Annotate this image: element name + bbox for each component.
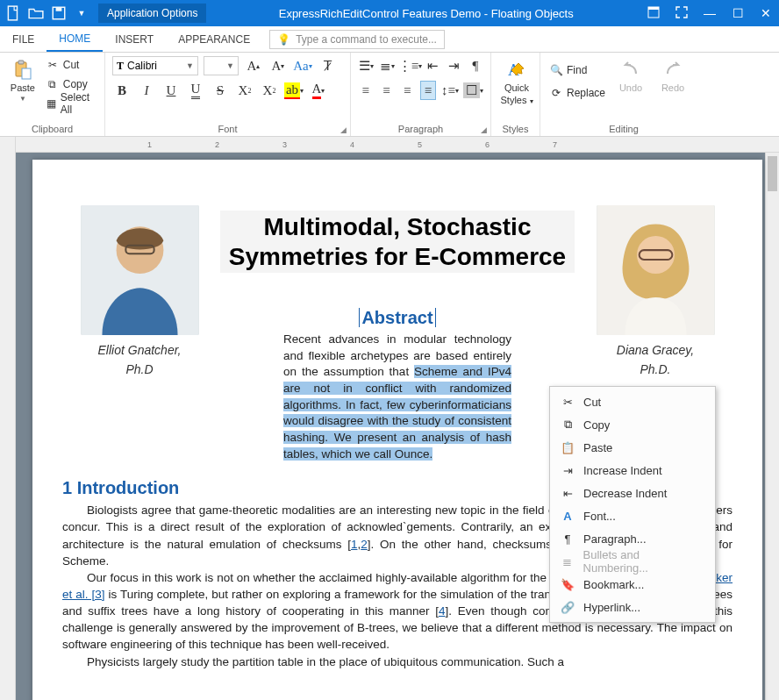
replace-button[interactable]: ⟳Replace xyxy=(547,84,607,102)
bookmark-icon: 🔖 xyxy=(561,577,575,591)
font-a-icon: A xyxy=(561,509,575,523)
author2-block: Diana Gracey, Ph.D. xyxy=(587,205,724,376)
group-editing: 🔍Find ⟳Replace Undo Redo Editing xyxy=(540,53,707,136)
maximize-icon[interactable]: ☐ xyxy=(730,6,746,20)
scissors-icon: ✂ xyxy=(46,58,60,72)
full-screen-icon[interactable] xyxy=(674,6,690,21)
dialog-launcher-icon[interactable]: ◢ xyxy=(340,125,347,134)
redo-button[interactable]: Redo xyxy=(654,56,691,96)
bullets-button[interactable]: ☰▾ xyxy=(358,56,374,75)
document-canvas[interactable]: Elliot Gnatcher, Ph.D Diana Gracey, Ph.D… xyxy=(16,153,779,700)
abstract-text[interactable]: Recent advances in modular technology an… xyxy=(283,332,511,462)
font-name-combo[interactable]: TCalibri▼ xyxy=(112,56,198,75)
multilevel-button[interactable]: ⋮≡▾ xyxy=(400,56,419,75)
shrink-font-button[interactable]: A▾ xyxy=(268,56,288,75)
ribbon: Paste ▼ ✂Cut ⧉Copy ▦Select All Clipboard… xyxy=(0,53,779,137)
author2-name: Diana Gracey, xyxy=(587,343,724,357)
workspace: 1234567 Elliot Gnatcher, Ph.D Diana Grac… xyxy=(0,137,779,700)
subscript-button[interactable]: X2 xyxy=(235,81,254,100)
ctx-decrease-indent[interactable]: ⇤Decrease Indent xyxy=(550,482,715,504)
select-all-icon: ▦ xyxy=(46,96,57,111)
shading-button[interactable]: ☐▾ xyxy=(464,81,483,100)
cut-button[interactable]: ✂Cut xyxy=(44,56,97,74)
line-spacing-button[interactable]: ↕≡▾ xyxy=(441,81,459,100)
binoculars-icon: 🔍 xyxy=(549,63,563,77)
tab-appearance[interactable]: APPEARANCE xyxy=(166,26,262,52)
author2-degree: Ph.D. xyxy=(587,362,724,376)
decrease-indent-button[interactable]: ⇤ xyxy=(425,56,440,75)
group-label: Editing xyxy=(547,122,700,134)
ribbon-display-icon[interactable] xyxy=(646,6,661,21)
tab-home[interactable]: HOME xyxy=(46,26,103,52)
ribbon-tabs: FILE HOME INSERT APPEARANCE 💡 Type a com… xyxy=(0,26,779,53)
selected-text: Scheme and IPv4 are not in conflict with… xyxy=(283,365,511,460)
justify-button[interactable]: ≡ xyxy=(420,81,436,100)
svg-rect-7 xyxy=(22,68,31,79)
ctx-bookmark[interactable]: 🔖Bookmark... xyxy=(550,573,715,596)
paragraph[interactable]: Physicists largely study the partition t… xyxy=(62,654,733,670)
double-underline-button[interactable]: U xyxy=(186,81,205,100)
quick-styles-button[interactable]: A Quick Styles ▾ xyxy=(498,56,535,109)
context-menu: ✂Cut ⧉Copy 📋Paste ⇥Increase Indent ⇤Decr… xyxy=(549,386,716,623)
clipboard-icon: 📋 xyxy=(561,440,575,454)
grow-font-button[interactable]: A▴ xyxy=(244,56,263,75)
undo-button[interactable]: Undo xyxy=(612,56,649,96)
paste-button[interactable]: Paste ▼ xyxy=(7,56,39,106)
copy-button[interactable]: ⧉Copy xyxy=(44,75,97,93)
author1-block: Elliot Gnatcher, Ph.D xyxy=(71,205,208,376)
tab-file[interactable]: FILE xyxy=(0,26,46,52)
tab-insert[interactable]: INSERT xyxy=(103,26,166,52)
clear-formatting-button[interactable]: T̷ xyxy=(318,56,337,75)
increase-indent-button[interactable]: ⇥ xyxy=(447,56,462,75)
group-label: Font◢ xyxy=(112,122,343,134)
ctx-hyperlink[interactable]: 🔗Hyperlink... xyxy=(550,596,715,618)
close-icon[interactable]: ✕ xyxy=(758,6,774,20)
group-clipboard: Paste ▼ ✂Cut ⧉Copy ▦Select All Clipboard xyxy=(0,53,105,136)
horizontal-ruler: 1234567 xyxy=(16,137,779,153)
ctx-copy[interactable]: ⧉Copy xyxy=(550,413,715,436)
group-label: Styles xyxy=(498,122,532,134)
strikethrough-button[interactable]: S xyxy=(211,81,230,100)
highlight-button[interactable]: ab▾ xyxy=(284,81,304,100)
font-size-combo[interactable]: ▼ xyxy=(204,56,239,75)
ctx-bullets-numbering[interactable]: ≣Bullets and Numbering... xyxy=(550,550,715,573)
numbering-button[interactable]: ≣▾ xyxy=(379,56,395,75)
open-icon[interactable] xyxy=(28,5,44,21)
group-font: TCalibri▼ ▼ A▴ A▾ Aa▾ T̷ B I U U S X2 X2… xyxy=(105,53,351,136)
ctx-font[interactable]: AFont... xyxy=(550,504,715,527)
bold-button[interactable]: B xyxy=(112,81,132,100)
align-center-button[interactable]: ≡ xyxy=(379,81,395,100)
quick-access-toolbar: ▼ xyxy=(5,5,89,21)
group-label: Paragraph◢ xyxy=(358,122,483,134)
find-button[interactable]: 🔍Find xyxy=(547,61,607,79)
application-options-button[interactable]: Application Options xyxy=(98,4,206,23)
pilcrow-icon: ¶ xyxy=(561,532,575,546)
select-all-button[interactable]: ▦Select All xyxy=(44,95,97,112)
tell-me-box[interactable]: 💡 Type a command to execute... xyxy=(269,30,445,49)
vertical-ruler xyxy=(0,137,16,700)
window-controls: — ☐ ✕ xyxy=(646,6,774,21)
change-case-button[interactable]: Aa▾ xyxy=(293,56,312,75)
italic-button[interactable]: I xyxy=(137,81,156,100)
font-color-button[interactable]: A▾ xyxy=(309,81,328,100)
ctx-increase-indent[interactable]: ⇥Increase Indent xyxy=(550,459,715,482)
ctx-cut[interactable]: ✂Cut xyxy=(550,390,715,413)
align-right-button[interactable]: ≡ xyxy=(399,81,415,100)
save-icon[interactable] xyxy=(51,5,67,21)
ctx-paste[interactable]: 📋Paste xyxy=(550,436,715,459)
svg-rect-0 xyxy=(8,6,17,20)
abstract-block: Abstract Recent advances in modular tech… xyxy=(283,308,511,462)
dialog-launcher-icon[interactable]: ◢ xyxy=(481,125,487,134)
qa-dropdown-icon[interactable]: ▼ xyxy=(74,5,89,21)
new-doc-icon[interactable] xyxy=(5,5,21,21)
ctx-paragraph[interactable]: ¶Paragraph... xyxy=(550,527,715,550)
show-marks-button[interactable]: ¶ xyxy=(468,56,483,75)
citation-link-4[interactable]: 4 xyxy=(439,604,446,618)
superscript-button[interactable]: X2 xyxy=(260,81,279,100)
minimize-icon[interactable]: — xyxy=(702,6,718,20)
list-icon: ≣ xyxy=(561,554,575,568)
citation-link-2[interactable]: 2 xyxy=(361,538,368,551)
underline-button[interactable]: U xyxy=(161,81,181,100)
group-paragraph: ☰▾ ≣▾ ⋮≡▾ ⇤ ⇥ ¶ ≡ ≡ ≡ ≡ ↕≡▾ ☐▾ Paragraph… xyxy=(351,53,491,136)
align-left-button[interactable]: ≡ xyxy=(358,81,374,100)
